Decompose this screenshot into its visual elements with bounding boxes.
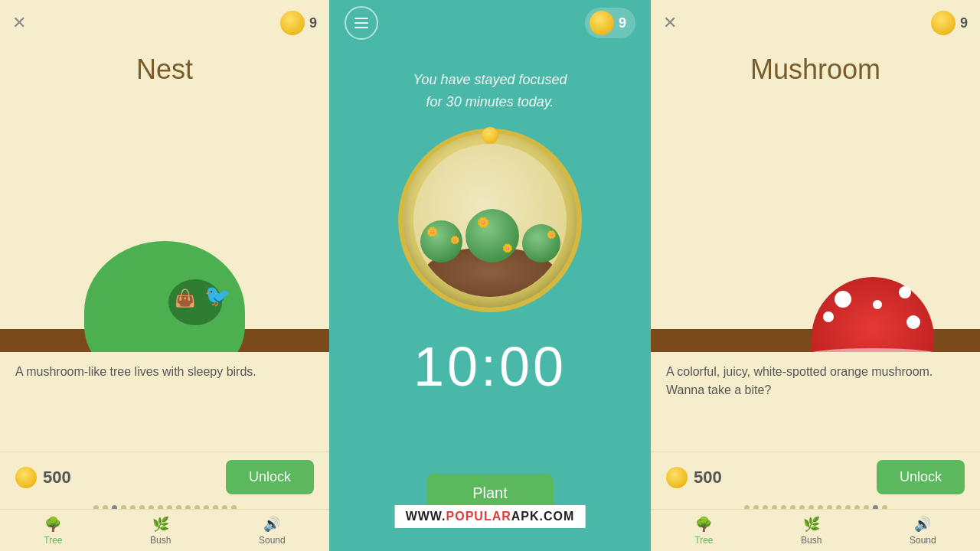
left-coin-count: 9 <box>309 15 317 31</box>
tree-nav-icon: 🌳 <box>44 516 61 533</box>
flower-3: 🌼 <box>477 217 489 228</box>
right-description-text: A colorful, juicy, white-spotted orange … <box>666 363 965 399</box>
right-header: ✕ 9 <box>651 0 980 46</box>
menu-lines-icon <box>354 18 368 28</box>
watermark: WWW.POPULARAPK.COM <box>395 505 586 528</box>
right-price-coin-icon <box>666 467 688 488</box>
mushroom-spot-4 <box>906 315 920 329</box>
left-coin-icon <box>280 11 305 35</box>
center-coin-count: 9 <box>619 15 626 31</box>
right-bush-nav-icon: 🌿 <box>803 516 820 533</box>
menu-line-2 <box>354 22 368 24</box>
left-nav-sound[interactable]: 🔊 Sound <box>259 516 286 546</box>
left-price-coin-icon <box>15 467 37 488</box>
left-nav-bush[interactable]: 🌿 Bush <box>150 516 171 546</box>
right-price-display: 500 <box>666 467 722 488</box>
menu-button[interactable] <box>345 6 378 40</box>
right-price-row: 500 Unlock <box>651 452 980 502</box>
right-coin-badge: 9 <box>931 11 968 35</box>
left-bottom-nav: 🌳 Tree 🌿 Bush 🔊 Sound <box>0 509 329 551</box>
right-nav-sound[interactable]: 🔊 Sound <box>910 516 936 546</box>
left-bottom-bar: 500 Unlock 🌳 Tree 🌿 Bush 🔊 Sound <box>0 452 329 551</box>
right-nav-bush-label: Bush <box>801 535 822 546</box>
focus-text: You have stayed focusedfor 30 minutes to… <box>413 69 567 113</box>
right-price-number: 500 <box>694 468 722 487</box>
center-coin-badge: 9 <box>585 8 635 38</box>
right-nav-tree-label: Tree <box>694 535 713 546</box>
left-description-text: A mushroom-like tree lives with sleepy b… <box>15 363 314 381</box>
bush-ball-2: 🌼 🌼 <box>466 209 519 262</box>
right-tree-nav-icon: 🌳 <box>695 516 712 533</box>
right-nav-sound-label: Sound <box>910 535 936 546</box>
left-unlock-button[interactable]: Unlock <box>226 460 314 494</box>
left-price-display: 500 <box>15 467 71 488</box>
watermark-text: WWW.POPULARAPK.COM <box>406 510 575 523</box>
bush-cluster: 🌼 🌼 🌼 🌼 🌼 <box>420 209 560 262</box>
bush-nav-icon: 🌿 <box>152 516 169 533</box>
terrarium: 🌼 🌼 🌼 🌼 🌼 <box>398 129 582 312</box>
left-panel: ✕ 9 Nest 🐦 👜 A mushroom-like tree lives … <box>0 0 329 551</box>
terrarium-inner: 🌼 🌼 🌼 🌼 🌼 <box>413 144 567 297</box>
right-bottom-nav: 🌳 Tree 🌿 Bush 🔊 Sound <box>651 509 980 551</box>
mushroom-spot-2 <box>899 286 911 298</box>
right-sound-nav-icon: 🔊 <box>914 516 931 533</box>
right-unlock-button[interactable]: Unlock <box>877 460 965 494</box>
bird-icon: 🐦 <box>204 283 231 308</box>
flower-4: 🌼 <box>502 243 513 253</box>
right-coin-icon <box>931 11 956 35</box>
terrarium-outer: 🌼 🌼 🌼 🌼 🌼 <box>398 129 582 312</box>
left-description-area: A mushroom-like tree lives with sleepy b… <box>0 352 329 452</box>
left-nav-tree-label: Tree <box>44 535 62 546</box>
bush-ball-3: 🌼 <box>522 224 560 262</box>
left-close-button[interactable]: ✕ <box>12 13 26 33</box>
left-price-number: 500 <box>43 468 71 487</box>
left-panel-title: Nest <box>0 46 329 101</box>
mushroom-spot-1 <box>835 291 851 308</box>
left-nav-sound-label: Sound <box>259 535 286 546</box>
right-panel: ✕ 9 Mushroom A colorfu <box>651 0 980 551</box>
flower-2: 🌼 <box>450 236 459 244</box>
sound-nav-icon: 🔊 <box>263 516 280 533</box>
right-panel-title: Mushroom <box>651 46 980 101</box>
right-bottom-bar: 500 Unlock 🌳 Tree 🌿 Bush 🔊 Sound <box>651 452 980 551</box>
center-coin-icon <box>590 11 614 35</box>
center-header: 9 <box>329 0 651 46</box>
terrarium-coin-top <box>482 127 498 144</box>
bush-ball-1: 🌼 🌼 <box>420 220 462 262</box>
left-header: ✕ 9 <box>0 0 329 46</box>
timer-display: 10:00 <box>413 335 567 398</box>
mushroom-spot-5 <box>873 300 882 309</box>
left-nav-bush-label: Bush <box>150 535 171 546</box>
right-nav-bush[interactable]: 🌿 Bush <box>801 516 822 546</box>
right-description-area: A colorful, juicy, white-spotted orange … <box>651 352 980 452</box>
right-nav-tree[interactable]: 🌳 Tree <box>694 516 713 546</box>
flower-1: 🌼 <box>426 227 438 237</box>
right-coin-count: 9 <box>960 15 968 31</box>
menu-line-1 <box>354 18 368 19</box>
left-price-row: 500 Unlock <box>0 452 329 502</box>
mushroom-spot-3 <box>823 311 834 322</box>
left-nav-tree[interactable]: 🌳 Tree <box>44 516 62 546</box>
menu-line-3 <box>354 27 368 28</box>
flower-5: 🌼 <box>547 230 556 239</box>
nest-bag-icon: 👜 <box>175 289 195 308</box>
mushroom-cap <box>812 277 934 361</box>
right-close-button[interactable]: ✕ <box>663 13 677 33</box>
center-panel: 9 You have stayed focusedfor 30 minutes … <box>329 0 651 551</box>
left-coin-badge: 9 <box>280 11 317 35</box>
